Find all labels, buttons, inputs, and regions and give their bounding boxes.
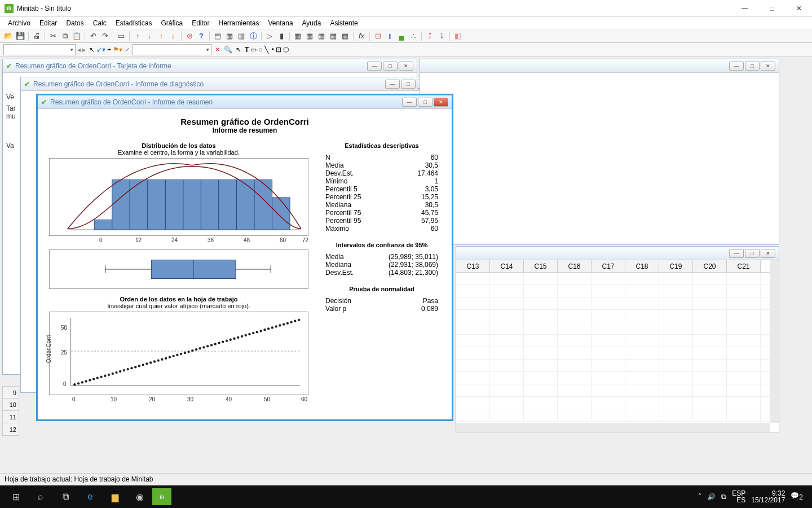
help-icon[interactable]: ? [196, 31, 206, 41]
min-icon[interactable]: — [367, 62, 382, 71]
brush2-icon[interactable]: ⟋ [124, 46, 131, 54]
open-icon[interactable]: 📂 [3, 31, 14, 41]
volume-icon[interactable]: 🔊 [707, 493, 716, 501]
start-icon[interactable]: ⊞ [3, 485, 28, 508]
menu-editar[interactable]: Editar [35, 18, 61, 28]
worksheet-icon[interactable]: ▦ [224, 31, 235, 41]
eraser-icon[interactable]: ◧ [453, 31, 463, 41]
new-icon[interactable]: ▭ [116, 31, 126, 41]
notifications-icon[interactable]: 💬2 [791, 492, 803, 501]
explorer-icon[interactable]: ▆ [103, 485, 127, 508]
window-session[interactable]: —□✕ [420, 59, 779, 245]
col-header[interactable]: C16 [558, 260, 592, 272]
fx-icon[interactable]: fx [356, 31, 367, 41]
chart6-icon[interactable]: ⤵ [436, 31, 447, 41]
menu-archivo[interactable]: Archivo [3, 18, 35, 28]
scrollbar-v[interactable] [770, 260, 779, 423]
paste-icon[interactable]: 📋 [72, 31, 82, 41]
menu-datos[interactable]: Datos [61, 18, 88, 28]
grid1-icon[interactable]: ▦ [293, 31, 303, 41]
max-icon[interactable]: □ [383, 62, 398, 71]
col-header[interactable]: C13 [456, 260, 490, 272]
grid4-icon[interactable]: ▦ [328, 31, 338, 41]
col-header[interactable]: C18 [625, 260, 659, 272]
pointer-icon[interactable]: ↖ [89, 46, 95, 54]
chart4-icon[interactable]: ∴ [408, 31, 418, 41]
min-icon[interactable]: — [729, 62, 744, 71]
menu-ayuda[interactable]: Ayuda [298, 18, 326, 28]
copy-icon[interactable]: ⧉ [60, 31, 70, 41]
grid5-icon[interactable]: ▦ [340, 31, 350, 41]
style-combo[interactable] [3, 44, 76, 55]
arrow-up-icon[interactable]: ↑ [133, 31, 143, 41]
close-icon[interactable]: ✕ [761, 249, 775, 258]
crosshair-icon[interactable]: + [107, 46, 111, 54]
grid2-icon[interactable]: ▦ [304, 31, 315, 41]
col-header[interactable]: C20 [693, 260, 727, 272]
close-button[interactable]: ✕ [791, 5, 807, 12]
max-icon[interactable]: □ [401, 80, 416, 89]
network-icon[interactable]: ⧉ [721, 493, 726, 501]
line-icon[interactable]: ╲ [264, 46, 268, 54]
delete-icon[interactable]: ✕ [215, 46, 220, 54]
col-header[interactable]: C15 [524, 260, 558, 272]
select-icon[interactable]: ↖ [236, 46, 241, 54]
brush-icon[interactable]: ↙▾ [96, 46, 105, 54]
min-icon[interactable]: — [402, 98, 417, 107]
marker-icon[interactable]: • [272, 46, 274, 54]
col-header[interactable]: C19 [659, 260, 693, 272]
circle-icon[interactable]: ○ [258, 46, 262, 54]
chart5-icon[interactable]: ⤴ [425, 31, 435, 41]
flag-icon[interactable]: ⚑▾ [113, 46, 122, 54]
cut-icon[interactable]: ✂ [48, 31, 58, 41]
session-icon[interactable]: ▤ [213, 31, 223, 41]
save-icon[interactable]: 💾 [15, 31, 25, 41]
close-icon[interactable]: ✕ [399, 62, 413, 71]
cancel-icon[interactable]: ⊘ [184, 31, 195, 41]
minitab-task-icon[interactable]: ılı [152, 488, 171, 505]
arrow-left-icon[interactable]: ◂ [77, 46, 81, 54]
tray-up-icon[interactable]: ˄ [698, 493, 701, 501]
zoom-icon[interactable]: 🔍 [224, 46, 232, 54]
next-icon[interactable]: ▷ [264, 31, 275, 41]
scrollbar-h[interactable] [456, 423, 770, 432]
menu-asistente[interactable]: Asistente [325, 18, 362, 28]
arrow-down-icon[interactable]: ↓ [144, 31, 155, 41]
close-icon[interactable]: ✕ [761, 62, 775, 71]
brush-down-icon[interactable]: ↓ [168, 31, 178, 41]
menu-editor[interactable]: Editor [187, 18, 214, 28]
arrow-right-icon[interactable]: ▸ [82, 46, 86, 54]
menu-estadisticas[interactable]: Estadísticas [111, 18, 157, 28]
min-icon[interactable]: — [729, 249, 744, 258]
lang-indicator[interactable]: ESPES [732, 490, 745, 503]
search-icon[interactable]: ⌕ [28, 485, 53, 508]
close-icon[interactable]: ✕ [434, 98, 448, 107]
chart2-icon[interactable]: ⫿ [385, 31, 395, 41]
max-icon[interactable]: □ [745, 249, 760, 258]
brush-up-icon[interactable]: ↑ [156, 31, 166, 41]
info-icon[interactable]: ⓘ [248, 31, 258, 41]
list1-icon[interactable]: ▮ [276, 31, 286, 41]
grid3-icon[interactable]: ▦ [316, 31, 326, 41]
chart3-icon[interactable]: ▄ [396, 31, 407, 41]
text-icon[interactable]: T [245, 46, 249, 54]
chart1-icon[interactable]: ⊡ [373, 31, 383, 41]
value-combo[interactable] [133, 44, 211, 55]
window-worksheet[interactable]: —□✕ C13 C14 C15 C16 C17 C18 C19 C20 C21 [456, 246, 779, 432]
rect-icon[interactable]: ▭ [250, 46, 257, 54]
polyline-icon[interactable]: ⊡ [276, 46, 281, 54]
edge-icon[interactable]: e [78, 485, 103, 508]
undo-icon[interactable]: ↶ [88, 31, 98, 41]
col-header[interactable]: C17 [592, 260, 625, 272]
maximize-button[interactable]: □ [764, 5, 780, 12]
taskview-icon[interactable]: ⧉ [53, 485, 78, 508]
max-icon[interactable]: □ [745, 62, 760, 71]
col-header[interactable]: C14 [490, 260, 524, 272]
menu-herramientas[interactable]: Herramientas [214, 18, 264, 28]
redo-icon[interactable]: ↷ [100, 31, 110, 41]
chrome-icon[interactable]: ◉ [127, 485, 152, 508]
menu-ventana[interactable]: Ventana [264, 18, 298, 28]
max-icon[interactable]: □ [418, 98, 433, 107]
polygon-icon[interactable]: ⬡ [283, 46, 289, 54]
col-header[interactable]: C21 [727, 260, 761, 272]
